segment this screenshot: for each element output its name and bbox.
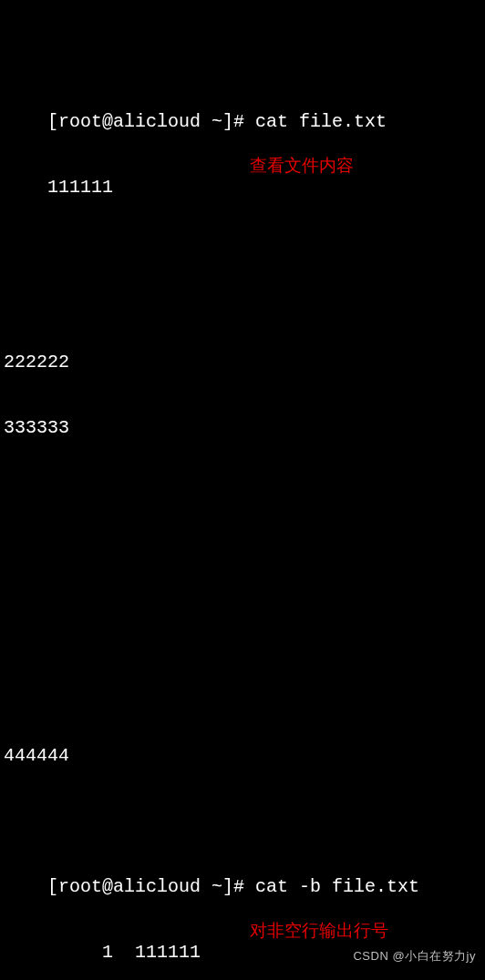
output-line: 222222	[4, 352, 481, 373]
command-text: cat file.txt	[255, 111, 387, 132]
watermark-text: CSDN @小白在努力jy	[353, 945, 476, 967]
prompt-line[interactable]: [root@alicloud ~]# cat -b file.txt	[4, 854, 481, 876]
output-line: 333333	[4, 417, 481, 439]
output-line	[4, 483, 481, 505]
output-line: 444444	[4, 745, 481, 767]
output-text: 222222	[4, 352, 69, 373]
shell-prompt: [root@alicloud ~]#	[47, 876, 255, 897]
output-line	[4, 679, 481, 701]
output-text: 444444	[4, 745, 69, 766]
output-line	[4, 614, 481, 636]
output-line: 1 111111 对非空行输出行号	[4, 920, 481, 942]
prompt-line[interactable]: [root@alicloud ~]# cat file.txt	[4, 89, 481, 111]
output-line: 111111 查看文件内容	[4, 155, 481, 177]
shell-prompt: [root@alicloud ~]#	[47, 111, 255, 132]
output-text: 333333	[4, 417, 69, 438]
command-text: cat -b file.txt	[255, 876, 419, 897]
output-line	[4, 286, 481, 308]
annotation-label: 查看文件内容	[250, 155, 354, 177]
output-line	[4, 220, 481, 242]
output-text: 1 111111	[47, 942, 201, 963]
output-line	[4, 548, 481, 570]
annotation-label: 对非空行输出行号	[250, 920, 388, 942]
terminal[interactable]: [root@alicloud ~]# cat file.txt 111111 查…	[4, 2, 481, 980]
output-text: 111111	[47, 177, 113, 198]
